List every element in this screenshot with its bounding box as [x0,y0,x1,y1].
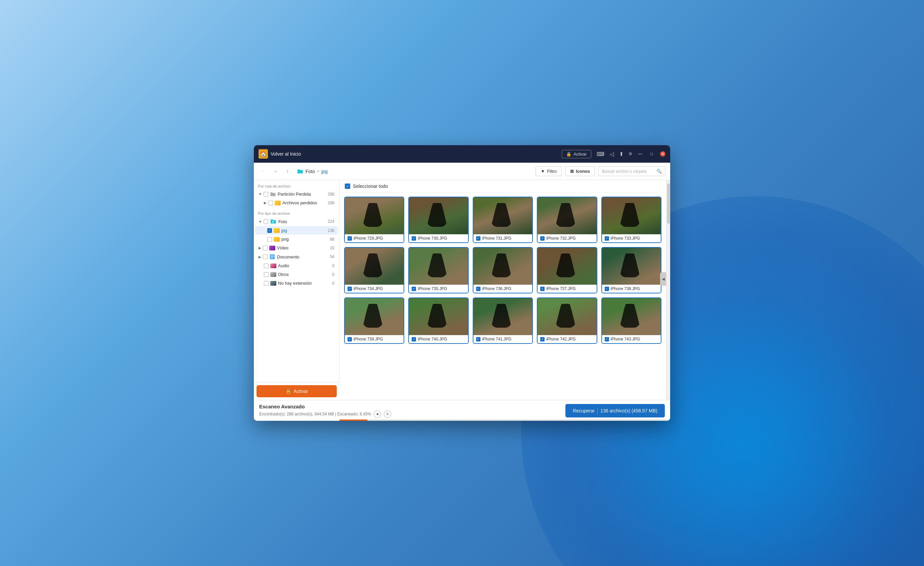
sidebar-item-foto[interactable]: ▼ Foto 224 [255,217,338,226]
sidebar-item-partition[interactable]: ▼ Partición Perdida 288 [255,190,338,198]
photo-item-733[interactable]: ✓ iPhone 733.JPG [602,197,662,243]
photo-item-742[interactable]: ✓ iPhone 742.JPG [537,298,597,344]
photo-check-736[interactable]: ✓ [476,287,480,291]
activate-button-top[interactable]: 🔒 Activar [562,150,591,158]
expand-arrow-video: ▶ [258,246,261,250]
photo-check-737[interactable]: ✓ [540,287,544,291]
photo-label-730: ✓ iPhone 730.JPG [409,234,468,242]
photo-item-732[interactable]: ✓ iPhone 732.JPG [537,197,597,243]
photo-item-739[interactable]: ✓ iPhone 739.JPG [344,298,404,344]
sidebar-item-audio[interactable]: Audio 0 [255,262,338,270]
home-icon[interactable]: 🏠 [258,149,268,159]
sidebar-item-jpg[interactable]: ✓ jpg 136 [255,226,338,235]
home-label[interactable]: Volver al Inicio [271,151,301,157]
up-button[interactable]: ↑ [283,167,292,176]
checkbox-archivos[interactable] [268,201,273,205]
stop-button[interactable]: ■ [374,410,381,418]
status-left: Escaneo Avanzado Encontrado(s): 288 arch… [259,403,391,418]
status-title: Escaneo Avanzado [259,403,391,409]
photo-check-742[interactable]: ✓ [540,337,544,342]
filter-button[interactable]: ▼ Filtro [536,166,562,176]
foto-count: 224 [328,219,334,224]
minimize-button[interactable]: — [637,151,643,157]
photo-check-738[interactable]: ✓ [605,287,609,291]
sidebar-item-archivos[interactable]: ▶ Archivos perdidos 288 [255,199,338,207]
checkbox-jpg[interactable]: ✓ [267,228,272,233]
search-box: Buscar archivo o carpeta 🔍 [598,166,666,176]
recover-count: 136 archivo(s) (458.57 MB) [600,408,657,413]
photo-thumb-729 [345,197,404,234]
photo-check-739[interactable]: ✓ [348,337,352,342]
keyboard-icon[interactable]: ⌨ [597,151,604,157]
photo-item-734[interactable]: ✓ iPhone 734.JPG [344,247,404,294]
main-content: Por ruta de archivo ▼ Partición Perdida … [254,180,670,400]
photo-check-729[interactable]: ✓ [348,236,352,241]
checkbox-foto[interactable] [264,219,268,224]
photo-check-741[interactable]: ✓ [476,337,480,342]
icons-view-button[interactable]: ⊞ Iconos [565,166,595,176]
checkbox-documento[interactable] [263,254,268,259]
photo-label-732: ✓ iPhone 732.JPG [537,234,596,242]
checkbox-audio[interactable] [264,263,268,268]
forward-button[interactable]: → [271,167,280,176]
progress-bar-fill [339,420,368,421]
share-icon[interactable]: ◁ [610,151,614,157]
checkbox-otros[interactable] [264,272,268,277]
activate-main-button[interactable]: 🔒 Activar [256,385,337,397]
upload-icon[interactable]: ⬆ [619,151,624,157]
photo-check-740[interactable]: ✓ [412,337,416,342]
photo-item-740[interactable]: ✓ iPhone 740.JPG [408,298,468,344]
breadcrumb: Foto > jpg [297,169,328,174]
search-placeholder: Buscar archivo o carpeta [602,169,654,174]
otros-count: 0 [332,272,334,277]
select-all-label[interactable]: Seleccionar todo [353,184,388,189]
photo-thumb-739 [345,298,404,335]
photo-item-730[interactable]: ✓ iPhone 730.JPG [408,197,468,243]
recover-label: Recuperar [573,408,595,413]
photo-check-743[interactable]: ✓ [605,337,609,342]
photo-item-741[interactable]: ✓ iPhone 741.JPG [473,298,533,344]
photo-item-737[interactable]: ✓ iPhone 737.JPG [537,247,597,294]
select-all-bar: ✓ Seleccionar todo [339,180,666,193]
sidebar-item-noext[interactable]: No hay extensión 0 [255,279,338,288]
scrollbar-thumb[interactable] [667,184,670,224]
photo-item-731[interactable]: ✓ iPhone 731.JPG [473,197,533,243]
scrollbar[interactable] [666,180,670,400]
checkbox-video[interactable] [263,246,268,250]
recover-button[interactable]: Recuperar 136 archivo(s) (458.57 MB) [566,404,665,417]
photo-check-734[interactable]: ✓ [348,287,352,291]
photo-check-732[interactable]: ✓ [540,236,544,241]
photo-check-733[interactable]: ✓ [605,236,609,241]
search-icon[interactable]: 🔍 [656,169,662,174]
partition-count: 288 [328,192,334,197]
photo-item-729[interactable]: ✓ iPhone 729.JPG [344,197,404,243]
select-all-checkbox[interactable]: ✓ [345,184,350,189]
svg-rect-2 [271,194,275,194]
close-button[interactable]: ✕ [660,151,666,157]
collapse-panel-button[interactable]: ◀ [660,272,666,286]
photo-check-730[interactable]: ✓ [412,236,416,241]
checkbox-partition[interactable] [264,192,268,197]
photo-item-736[interactable]: ✓ iPhone 736.JPG [473,247,533,294]
checkbox-png[interactable] [267,237,272,242]
documento-name: Documento [277,254,299,259]
photo-label-733: ✓ iPhone 733.JPG [602,234,661,242]
sidebar-item-documento[interactable]: ▶ Documento 54 [255,253,338,261]
pause-button[interactable]: ⏸ [384,410,391,418]
back-button[interactable]: ← [258,167,268,176]
jpg-count: 136 [328,228,334,233]
photo-item-743[interactable]: ✓ iPhone 743.JPG [602,298,662,344]
checkbox-noext[interactable] [264,281,268,286]
breadcrumb-root[interactable]: Foto [306,169,315,174]
sidebar-item-video[interactable]: ▶ Vídeo 10 [255,244,338,252]
breadcrumb-current[interactable]: jpg [321,169,328,174]
sidebar-item-otros[interactable]: Otros 0 [255,270,338,278]
photo-item-738[interactable]: ✓ iPhone 738.JPG [602,247,662,294]
sidebar-item-png[interactable]: png 88 [255,235,338,243]
maximize-button[interactable]: □ [649,151,655,157]
menu-icon[interactable]: ≡ [629,151,632,157]
photo-item-735[interactable]: ✓ iPhone 735.JPG [408,247,468,294]
photo-check-735[interactable]: ✓ [412,287,416,291]
toolbar-right: ▼ Filtro ⊞ Iconos Buscar archivo o carpe… [536,166,666,176]
photo-check-731[interactable]: ✓ [476,236,480,241]
